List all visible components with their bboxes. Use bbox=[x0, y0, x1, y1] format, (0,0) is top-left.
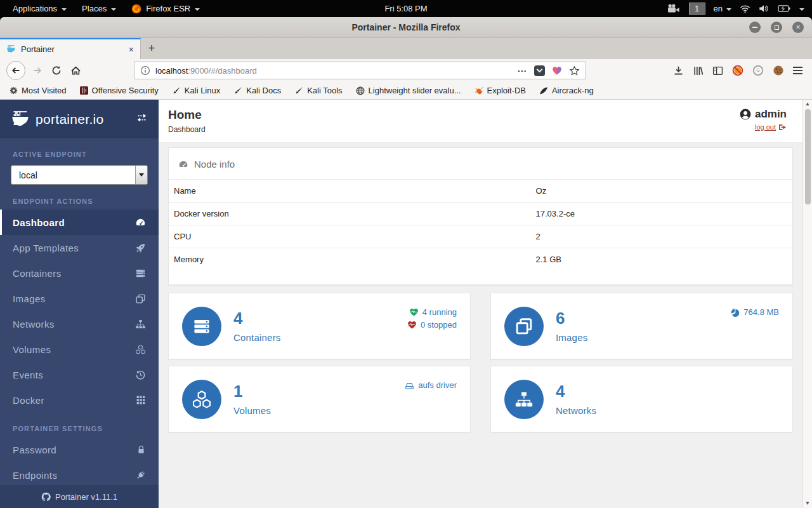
sidebar-item-volumes[interactable]: Volumes bbox=[0, 337, 159, 362]
bookmark-aircrack-ng[interactable]: Aircrack-ng bbox=[539, 86, 594, 95]
bug-icon bbox=[475, 86, 483, 95]
sidebar-item-label: Containers bbox=[13, 268, 62, 279]
reload-icon bbox=[51, 65, 62, 76]
site-info-icon[interactable] bbox=[140, 65, 150, 76]
portainer-version: Portainer v1.11.1 bbox=[55, 492, 117, 502]
scroll-down-icon[interactable]: ▼ bbox=[805, 500, 810, 507]
bookmark-kali-tools[interactable]: Kali Tools bbox=[294, 86, 342, 95]
table-row: Name Oz bbox=[169, 179, 792, 202]
chevron-down-icon[interactable] bbox=[799, 8, 804, 11]
page-actions-icon[interactable]: ••• bbox=[518, 68, 527, 74]
sidebar-item-dashboard[interactable]: Dashboard bbox=[0, 210, 159, 235]
bookmark-star-icon[interactable] bbox=[569, 65, 580, 76]
tachometer-icon bbox=[178, 159, 188, 170]
sitemap-icon bbox=[514, 390, 534, 409]
pocket-icon[interactable] bbox=[534, 65, 545, 76]
volumes-card[interactable]: 1 Volumes aufs driver bbox=[168, 366, 471, 432]
battery-icon[interactable] bbox=[778, 4, 791, 13]
applications-menu[interactable]: Applications bbox=[5, 0, 74, 17]
page-scrollbar[interactable]: ▲ ▼ bbox=[802, 100, 812, 508]
portainer-logo-icon bbox=[11, 110, 30, 129]
menu-button[interactable] bbox=[793, 67, 802, 74]
noscript-extension-icon[interactable] bbox=[732, 65, 743, 76]
networks-card[interactable]: 4 Networks bbox=[490, 366, 793, 432]
forward-button[interactable] bbox=[30, 63, 45, 78]
endpoint-select-button[interactable] bbox=[135, 166, 147, 184]
bookmarks-bar: Most Visited Offensive Security Kali Lin… bbox=[0, 82, 812, 100]
new-tab-button[interactable]: + bbox=[141, 38, 162, 59]
toolbar-right: G bbox=[673, 65, 806, 76]
sidebar-item-images[interactable]: Images bbox=[0, 286, 159, 311]
keyboard-layout-indicator[interactable]: en bbox=[714, 4, 731, 13]
sidebar-item-endpoints[interactable]: Endpoints bbox=[0, 462, 159, 488]
url-text[interactable]: localhost:9000/#/dashboard bbox=[155, 66, 257, 76]
reload-button[interactable] bbox=[49, 63, 64, 78]
volume-icon[interactable] bbox=[759, 4, 769, 13]
tachometer-icon bbox=[135, 217, 146, 228]
downloads-icon[interactable] bbox=[673, 65, 684, 76]
maximize-button[interactable] bbox=[771, 22, 782, 33]
wifi-icon[interactable] bbox=[740, 4, 750, 13]
bookmark-most-visited[interactable]: Most Visited bbox=[10, 86, 67, 95]
sidebar-item-password[interactable]: Password bbox=[0, 437, 159, 462]
screen-recorder-icon[interactable] bbox=[667, 4, 681, 13]
clock[interactable]: Fri 5:08 PM bbox=[384, 0, 427, 17]
logout-label: log out bbox=[755, 123, 776, 131]
images-size-text: 764.8 MB bbox=[743, 306, 779, 319]
cubes-icon bbox=[192, 389, 212, 410]
bookmark-lightweight-slider[interactable]: Lightweight slider evalu... bbox=[356, 86, 461, 95]
offensive-security-icon bbox=[80, 86, 88, 95]
bookmark-kali-linux[interactable]: Kali Linux bbox=[172, 86, 220, 95]
endpoint-select[interactable]: local bbox=[11, 165, 148, 185]
workspace-indicator[interactable]: 1 bbox=[689, 3, 705, 15]
sidebar-item-containers[interactable]: Containers bbox=[0, 260, 159, 286]
window-titlebar[interactable]: Portainer - Mozilla Firefox × bbox=[0, 17, 812, 38]
images-card-circle bbox=[504, 307, 544, 346]
sidebar-item-app-templates[interactable]: App Templates bbox=[0, 235, 159, 260]
containers-card[interactable]: 4 Containers 4 running 0 stopped bbox=[168, 293, 471, 359]
home-button[interactable] bbox=[68, 63, 83, 78]
sidebar-logo-row: portainer.io bbox=[0, 100, 159, 138]
keyboard-layout-label: en bbox=[714, 4, 723, 13]
sidebar-collapse-button[interactable] bbox=[136, 113, 148, 125]
tab-portainer[interactable]: Portainer × bbox=[0, 38, 141, 59]
containers-card-circle bbox=[182, 307, 221, 346]
scroll-up-icon[interactable]: ▲ bbox=[805, 101, 810, 107]
chevron-down-icon bbox=[726, 8, 731, 11]
scrollbar-thumb[interactable] bbox=[805, 109, 811, 204]
github-icon bbox=[41, 492, 51, 502]
networks-card-circle bbox=[504, 380, 544, 419]
window-title: Portainer - Mozilla Firefox bbox=[351, 22, 460, 32]
close-button[interactable]: × bbox=[792, 22, 804, 33]
portainer-sidebar: portainer.io ACTIVE ENDPOINT local ENDPO… bbox=[0, 100, 159, 508]
bookmark-kali-docs[interactable]: Kali Docs bbox=[233, 86, 281, 95]
sidebar-item-events[interactable]: Events bbox=[0, 362, 159, 387]
row-label: Docker version bbox=[174, 209, 536, 218]
places-menu[interactable]: Places bbox=[74, 0, 124, 17]
minimize-button[interactable] bbox=[749, 22, 761, 33]
heart-extension-icon[interactable] bbox=[552, 66, 562, 76]
breadcrumb: Dashboard bbox=[168, 125, 206, 134]
minimize-icon bbox=[752, 27, 757, 28]
back-button[interactable] bbox=[6, 61, 25, 80]
bookmark-offensive-security[interactable]: Offensive Security bbox=[80, 86, 159, 95]
sidebar-item-networks[interactable]: Networks bbox=[0, 311, 159, 337]
page-title: Home bbox=[168, 108, 206, 122]
cubes-icon bbox=[135, 344, 146, 355]
gray-circle-extension-icon[interactable]: G bbox=[752, 65, 764, 76]
images-card[interactable]: 6 Images 764.8 MB bbox=[490, 293, 793, 359]
tab-close-icon[interactable]: × bbox=[129, 44, 134, 55]
bookmark-exploit-db[interactable]: Exploit-DB bbox=[475, 86, 526, 95]
library-icon[interactable] bbox=[693, 65, 704, 76]
plug-icon bbox=[135, 470, 146, 481]
sidebar-footer[interactable]: Portainer v1.11.1 bbox=[0, 485, 159, 508]
heartbeat-green-icon bbox=[409, 308, 419, 317]
sidebar-item-docker[interactable]: Docker bbox=[0, 387, 159, 413]
sidebar-toggle-icon[interactable] bbox=[712, 65, 723, 76]
url-bar[interactable]: localhost:9000/#/dashboard ••• bbox=[134, 62, 586, 79]
user-icon bbox=[740, 109, 751, 120]
logout-link[interactable]: log out bbox=[740, 123, 787, 131]
firefox-app-menu[interactable]: Firefox ESR bbox=[124, 0, 207, 17]
cookie-extension-icon[interactable] bbox=[773, 65, 784, 76]
chevron-down-icon bbox=[195, 8, 200, 11]
